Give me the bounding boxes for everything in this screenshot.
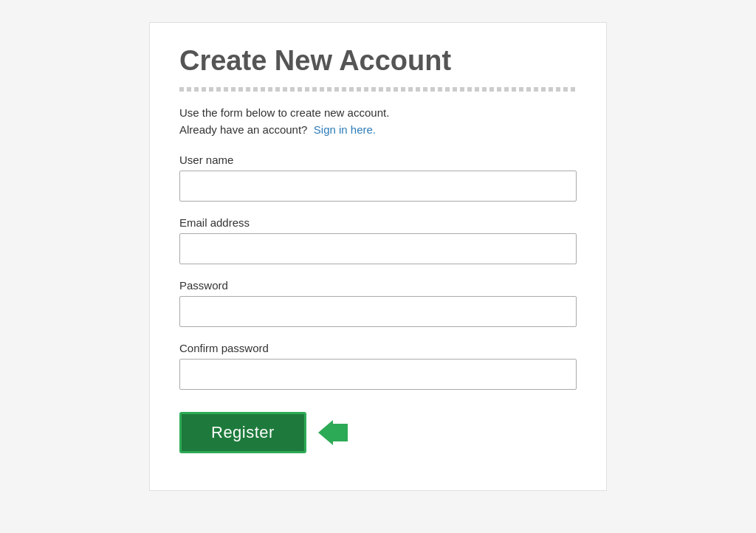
confirm-password-label: Confirm password [179, 342, 577, 354]
password-label: Password [179, 279, 577, 292]
sign-in-link[interactable]: Sign in here. [314, 123, 376, 136]
email-label: Email address [179, 216, 577, 229]
sign-in-text: Already have an account? [179, 123, 307, 136]
confirm-password-input[interactable] [179, 359, 577, 390]
username-group: User name [179, 154, 577, 202]
arrow-left-icon [318, 420, 348, 445]
username-input[interactable] [179, 171, 577, 202]
page-title: Create New Account [179, 45, 577, 77]
sign-in-line: Already have an account? Sign in here. [179, 123, 577, 136]
confirm-password-group: Confirm password [179, 342, 577, 390]
email-group: Email address [179, 216, 577, 264]
register-button[interactable]: Register [179, 412, 306, 453]
password-group: Password [179, 279, 577, 327]
button-row: Register [179, 412, 577, 453]
username-label: User name [179, 154, 577, 166]
divider-bar [179, 87, 577, 92]
registration-form-container: Create New Account Use the form below to… [149, 22, 607, 491]
email-input[interactable] [179, 233, 577, 264]
svg-marker-0 [318, 420, 348, 445]
password-input[interactable] [179, 296, 577, 327]
description-line1: Use the form below to create new account… [179, 106, 577, 119]
